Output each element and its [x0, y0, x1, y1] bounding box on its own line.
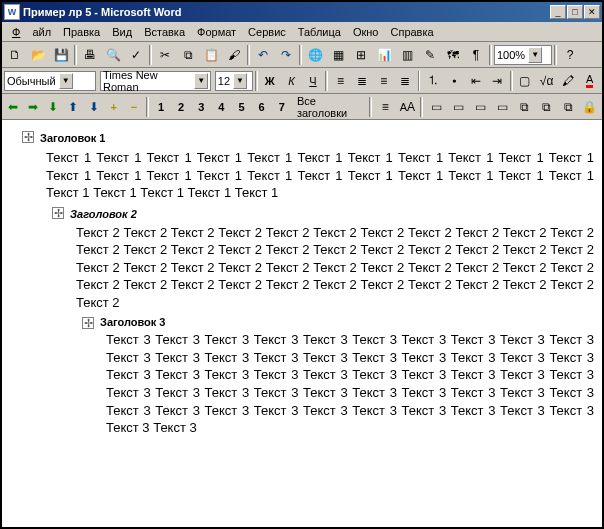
formatting-icon[interactable]: AA — [397, 96, 417, 118]
spellcheck-icon[interactable]: ✓ — [125, 44, 147, 66]
new-doc-icon[interactable]: 🗋 — [4, 44, 26, 66]
increase-indent-icon[interactable]: ⇥ — [487, 70, 508, 92]
italic-icon[interactable]: К — [281, 70, 302, 92]
expand-marker-icon[interactable]: ✢ — [22, 131, 34, 143]
close-button[interactable]: ✕ — [584, 5, 600, 19]
menu-tools[interactable]: Сервис — [242, 24, 292, 40]
maximize-button[interactable]: □ — [567, 5, 583, 19]
heading-3[interactable]: ✢Заголовок 3 — [82, 313, 594, 329]
subdoc-icon[interactable]: ▭ — [448, 96, 468, 118]
bold-icon[interactable]: Ж — [260, 70, 281, 92]
lock-subdoc-icon[interactable]: 🔒 — [580, 96, 600, 118]
underline-icon[interactable]: Ч — [303, 70, 324, 92]
heading-1-text: Заголовок 1 — [40, 132, 105, 144]
size-combo[interactable]: 12▼ — [215, 71, 253, 91]
menu-edit[interactable]: Правка — [57, 24, 106, 40]
paste-icon[interactable]: 📋 — [200, 44, 222, 66]
expand-marker-icon[interactable]: ✢ — [82, 317, 94, 329]
insert-table-icon[interactable]: ⊞ — [350, 44, 372, 66]
drawing-icon[interactable]: ✎ — [419, 44, 441, 66]
promote-icon[interactable]: ⬅ — [4, 97, 22, 117]
move-down-icon[interactable]: ⬇ — [85, 97, 103, 117]
size-value: 12 — [218, 75, 230, 87]
zoom-value: 100% — [497, 49, 525, 61]
level-6[interactable]: 6 — [253, 97, 271, 117]
dropdown-icon[interactable]: ▼ — [528, 47, 542, 63]
numbered-list-icon[interactable]: ⒈ — [422, 70, 443, 92]
doc-map-icon[interactable]: 🗺 — [442, 44, 464, 66]
collapse-icon[interactable]: − — [125, 97, 143, 117]
level-all[interactable]: Все заголовки — [293, 97, 367, 117]
justify-icon[interactable]: ≣ — [395, 70, 416, 92]
demote-body-icon[interactable]: ⬇ — [44, 97, 62, 117]
highlight-icon[interactable]: 🖍 — [558, 70, 579, 92]
body-text-2[interactable]: Текст 2 Текст 2 Текст 2 Текст 2 Текст 2 … — [76, 224, 594, 312]
level-4[interactable]: 4 — [212, 97, 230, 117]
menu-help[interactable]: Справка — [384, 24, 439, 40]
expand-marker-icon[interactable]: ✢ — [52, 207, 64, 219]
level-3[interactable]: 3 — [192, 97, 210, 117]
minimize-button[interactable]: _ — [550, 5, 566, 19]
open-icon[interactable]: 📂 — [27, 44, 49, 66]
dropdown-icon[interactable]: ▼ — [194, 73, 207, 89]
cut-icon[interactable]: ✂ — [154, 44, 176, 66]
decrease-indent-icon[interactable]: ⇤ — [466, 70, 487, 92]
menu-format[interactable]: Формат — [191, 24, 242, 40]
expand-icon[interactable]: + — [105, 97, 123, 117]
master-doc-icon[interactable]: ▭ — [426, 96, 446, 118]
heading-2[interactable]: ✢Заголовок 2 — [52, 204, 594, 222]
merge-subdoc-icon[interactable]: ⧉ — [536, 96, 556, 118]
show-hide-icon[interactable]: ¶ — [465, 44, 487, 66]
remove-subdoc-icon[interactable]: ▭ — [492, 96, 512, 118]
menu-file[interactable]: Файл — [6, 24, 57, 40]
undo-icon[interactable]: ↶ — [252, 44, 274, 66]
separator — [325, 71, 328, 91]
separator — [554, 45, 557, 65]
level-1[interactable]: 1 — [152, 97, 170, 117]
body-text-3[interactable]: Текст 3 Текст 3 Текст 3 Текст 3 Текст 3 … — [106, 331, 594, 436]
document-area[interactable]: ✢Заголовок 1 Текст 1 Текст 1 Текст 1 Тек… — [2, 120, 602, 527]
level-7[interactable]: 7 — [273, 97, 291, 117]
menu-table[interactable]: Таблица — [292, 24, 347, 40]
dropdown-icon[interactable]: ▼ — [59, 73, 73, 89]
format-painter-icon[interactable]: 🖌 — [223, 44, 245, 66]
create-subdoc-icon[interactable]: ▭ — [470, 96, 490, 118]
first-line-icon[interactable]: ≡ — [375, 96, 395, 118]
split-subdoc-icon[interactable]: ⧉ — [558, 96, 578, 118]
separator — [247, 45, 250, 65]
insert-subdoc-icon[interactable]: ⧉ — [514, 96, 534, 118]
zoom-combo[interactable]: 100%▼ — [494, 45, 552, 65]
redo-icon[interactable]: ↷ — [275, 44, 297, 66]
heading-3-text: Заголовок 3 — [100, 316, 165, 328]
menu-window[interactable]: Окно — [347, 24, 385, 40]
align-right-icon[interactable]: ≡ — [373, 70, 394, 92]
columns-icon[interactable]: ▥ — [396, 44, 418, 66]
equation-icon[interactable]: √α — [536, 70, 557, 92]
print-preview-icon[interactable]: 🔍 — [102, 44, 124, 66]
font-value: Times New Roman — [103, 69, 191, 93]
align-left-icon[interactable]: ≡ — [330, 70, 351, 92]
body-text-1[interactable]: Текст 1 Текст 1 Текст 1 Текст 1 Текст 1 … — [46, 149, 594, 202]
borders-icon[interactable]: ▢ — [515, 70, 536, 92]
menu-view[interactable]: Вид — [106, 24, 138, 40]
menu-insert[interactable]: Вставка — [138, 24, 191, 40]
level-5[interactable]: 5 — [232, 97, 250, 117]
font-color-icon[interactable]: A — [579, 70, 600, 92]
demote-icon[interactable]: ➡ — [24, 97, 42, 117]
style-combo[interactable]: Обычный▼ — [4, 71, 96, 91]
hyperlink-icon[interactable]: 🌐 — [304, 44, 326, 66]
separator — [489, 45, 492, 65]
excel-icon[interactable]: 📊 — [373, 44, 395, 66]
level-2[interactable]: 2 — [172, 97, 190, 117]
dropdown-icon[interactable]: ▼ — [233, 73, 247, 89]
bullet-list-icon[interactable]: ⦁ — [444, 70, 465, 92]
align-center-icon[interactable]: ≣ — [352, 70, 373, 92]
move-up-icon[interactable]: ⬆ — [64, 97, 82, 117]
tables-borders-icon[interactable]: ▦ — [327, 44, 349, 66]
help-icon[interactable]: ? — [559, 44, 581, 66]
print-icon[interactable]: 🖶 — [79, 44, 101, 66]
copy-icon[interactable]: ⧉ — [177, 44, 199, 66]
font-combo[interactable]: Times New Roman▼ — [100, 71, 211, 91]
save-icon[interactable]: 💾 — [50, 44, 72, 66]
heading-1[interactable]: ✢Заголовок 1 — [22, 126, 594, 147]
